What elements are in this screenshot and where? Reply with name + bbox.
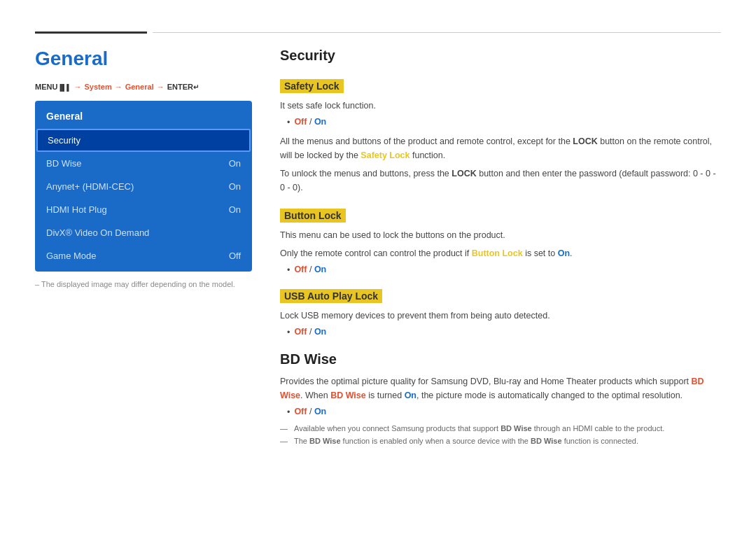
page-title: General: [35, 48, 252, 70]
bullet-dot-3: •: [287, 328, 290, 337]
button-lock-off-on: Off / On: [294, 265, 326, 274]
nav-item-hdmi-hot-plug[interactable]: HDMI Hot Plug On: [35, 198, 252, 221]
left-panel: General MENU▐▌▌ → System → General → ENT…: [35, 41, 252, 445]
bd-wise-section: BD Wise Provides the optimal picture qua…: [280, 351, 721, 445]
usb-auto-play-title: USB Auto Play Lock: [280, 289, 382, 303]
enter-label: ENTER↵: [167, 83, 199, 91]
nav-item-bdwise-label: BD Wise: [46, 158, 82, 169]
menu-label: MENU▐▌▌: [35, 83, 71, 91]
nav-item-game-mode[interactable]: Game Mode Off: [35, 244, 252, 267]
safety-lock-desc2: All the menus and buttons of the product…: [280, 134, 721, 162]
nav-item-anynet-value: On: [229, 181, 241, 192]
general-label: General: [125, 83, 154, 91]
bd-wise-title: BD Wise: [280, 351, 721, 367]
off-label-3: Off: [294, 327, 307, 337]
nav-item-bdwise-value: On: [229, 158, 241, 169]
usb-auto-play-section: USB Auto Play Lock Lock USB memory devic…: [280, 286, 721, 337]
top-rule-left: [35, 31, 147, 34]
bd-wise-footnote1: Available when you connect Samsung produ…: [280, 424, 721, 433]
button-lock-title: Button Lock: [280, 209, 346, 223]
safety-lock-desc1: It sets safe lock function.: [280, 99, 721, 113]
nav-item-security[interactable]: Security: [36, 129, 251, 152]
nav-menu-header: General: [35, 105, 252, 129]
slash-3: /: [309, 327, 314, 337]
usb-auto-play-off-on: Off / On: [294, 327, 326, 337]
top-rule-container: [0, 31, 756, 34]
on-label-2: On: [314, 265, 326, 274]
nav-item-anynet[interactable]: Anynet+ (HDMI-CEC) On: [35, 175, 252, 198]
nav-item-bdwise[interactable]: BD Wise On: [35, 152, 252, 175]
arrow-1: →: [74, 83, 82, 91]
security-section-title: Security: [280, 48, 721, 64]
nav-item-hdmi-value: On: [229, 204, 241, 215]
off-label-4: Off: [294, 407, 307, 416]
bullet-dot-4: •: [287, 407, 290, 417]
nav-item-game-mode-label: Game Mode: [46, 251, 97, 261]
nav-item-hdmi-label: HDMI Hot Plug: [46, 204, 107, 215]
slash-4: /: [309, 407, 314, 416]
slash: /: [309, 117, 314, 127]
nav-item-divx-label: DivX® Video On Demand: [46, 227, 149, 238]
button-lock-desc1: This menu can be used to lock the button…: [280, 228, 721, 242]
breadcrumb: MENU▐▌▌ → System → General → ENTER↵: [35, 83, 252, 91]
bullet-dot-2: •: [287, 265, 290, 275]
top-rule-right: [153, 32, 721, 33]
nav-item-game-mode-value: Off: [229, 251, 241, 261]
on-label-4: On: [314, 407, 326, 416]
bd-wise-bullet: • Off / On: [287, 407, 721, 417]
off-label-2: Off: [294, 265, 307, 274]
safety-lock-title: Safety Lock: [280, 79, 344, 93]
nav-item-anynet-label: Anynet+ (HDMI-CEC): [46, 181, 134, 192]
button-lock-bullet: • Off / On: [287, 265, 721, 275]
slash-2: /: [309, 265, 314, 274]
arrow-2: →: [115, 83, 122, 91]
safety-lock-desc3: To unlock the menus and buttons, press t…: [280, 167, 721, 195]
safety-lock-off-on: Off / On: [294, 117, 326, 127]
on-label: On: [314, 117, 326, 127]
usb-auto-play-bullet: • Off / On: [287, 327, 721, 337]
bd-wise-off-on: Off / On: [294, 407, 326, 416]
bullet-dot: •: [287, 118, 290, 127]
bd-wise-desc1: Provides the optimal picture quality for…: [280, 374, 721, 402]
page-layout: General MENU▐▌▌ → System → General → ENT…: [0, 41, 756, 445]
arrow-3: →: [157, 83, 164, 91]
system-label: System: [85, 83, 112, 91]
button-lock-desc2: Only the remote control can control the …: [280, 246, 721, 260]
right-panel: Security Safety Lock It sets safe lock f…: [280, 41, 721, 445]
usb-auto-play-desc1: Lock USB memory devices to prevent them …: [280, 309, 721, 323]
bd-wise-footnote2: The BD Wise function is enabled only whe…: [280, 437, 721, 445]
button-lock-section: Button Lock This menu can be used to loc…: [280, 206, 721, 275]
nav-menu: General Security BD Wise On Anynet+ (HDM…: [35, 101, 252, 272]
off-label: Off: [294, 117, 307, 127]
note-text: The displayed image may differ depending…: [35, 280, 252, 288]
nav-item-divx[interactable]: DivX® Video On Demand: [35, 221, 252, 244]
safety-lock-bullet: • Off / On: [287, 117, 721, 127]
on-label-3: On: [314, 327, 326, 337]
nav-item-security-label: Security: [48, 135, 80, 146]
safety-lock-section: Safety Lock It sets safe lock function. …: [280, 76, 721, 195]
